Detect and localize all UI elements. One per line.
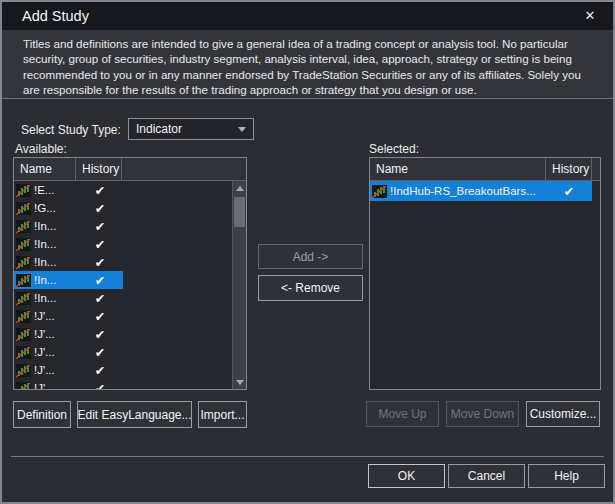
- indicator-chart-icon: [16, 256, 31, 269]
- study-name: !E...: [34, 184, 77, 196]
- available-row[interactable]: !In... ✔: [14, 235, 232, 253]
- history-check-icon: ✔: [77, 273, 123, 288]
- study-name: !In...: [34, 274, 77, 286]
- available-row[interactable]: !J'... ✔: [14, 379, 232, 389]
- column-header-history[interactable]: History: [546, 158, 592, 180]
- available-row[interactable]: !In... ✔: [14, 289, 232, 307]
- study-name: !In...: [34, 238, 77, 250]
- indicator-chart-icon: [16, 220, 31, 233]
- selected-label: Selected:: [369, 142, 419, 156]
- available-row[interactable]: !G... ✔: [14, 199, 232, 217]
- history-check-icon: ✔: [77, 309, 123, 324]
- available-row[interactable]: !J'... ✔: [14, 325, 232, 343]
- move-up-button: Move Up: [366, 401, 439, 427]
- customize-button[interactable]: Customize...: [526, 401, 600, 427]
- add-button: Add ->: [258, 244, 363, 269]
- available-row[interactable]: !E... ✔: [14, 181, 232, 199]
- available-scrollbar[interactable]: [232, 181, 246, 389]
- footer-divider: [11, 456, 604, 457]
- indicator-chart-icon: [372, 185, 387, 198]
- column-header-blank: [122, 158, 246, 180]
- close-icon[interactable]: ✕: [579, 2, 601, 30]
- study-type-select[interactable]: Indicator: [128, 118, 254, 140]
- indicator-chart-icon: [16, 238, 31, 251]
- disclaimer-panel: Titles and definitions are intended to g…: [2, 30, 613, 99]
- history-check-icon: ✔: [77, 327, 123, 342]
- available-row[interactable]: !In... ✔: [14, 253, 232, 271]
- study-name: !In...: [34, 292, 77, 304]
- add-study-dialog: Add Study ✕ Titles and definitions are i…: [0, 0, 615, 504]
- history-check-icon: ✔: [546, 184, 592, 199]
- available-list: Name History: [13, 157, 247, 390]
- help-button[interactable]: Help: [528, 464, 605, 488]
- history-check-icon: ✔: [77, 291, 123, 306]
- ok-button[interactable]: OK: [368, 464, 445, 488]
- study-name: !G...: [34, 202, 77, 214]
- study-type-label: Select Study Type:: [21, 119, 121, 141]
- definition-button[interactable]: Definition: [13, 401, 71, 428]
- scrollbar-up-icon[interactable]: [233, 181, 246, 195]
- history-check-icon: ✔: [77, 345, 123, 360]
- edit-easylanguage-button[interactable]: Edit EasyLanguage...: [77, 401, 192, 428]
- available-row[interactable]: !In... ✔: [14, 271, 232, 289]
- study-name: !In...: [34, 220, 77, 232]
- scrollbar-thumb[interactable]: [234, 197, 245, 227]
- study-name: !J'...: [34, 328, 77, 340]
- move-down-button: Move Down: [446, 401, 519, 427]
- selected-list-body: !IndHub-RS_BreakoutBars... ✔: [370, 181, 600, 389]
- study-type-value: Indicator: [136, 119, 182, 139]
- column-header-name[interactable]: Name: [370, 158, 546, 180]
- indicator-chart-icon: [16, 328, 31, 341]
- available-row[interactable]: !In... ✔: [14, 217, 232, 235]
- history-check-icon: ✔: [77, 255, 123, 270]
- indicator-chart-icon: [16, 382, 31, 390]
- selected-studies-list: Name History: [369, 157, 601, 390]
- remove-button[interactable]: <- Remove: [258, 275, 363, 301]
- indicator-chart-icon: [16, 346, 31, 359]
- cancel-button[interactable]: Cancel: [448, 464, 525, 488]
- indicator-chart-icon: [16, 202, 31, 215]
- titlebar: Add Study ✕: [2, 2, 613, 30]
- study-name: !In...: [34, 256, 77, 268]
- available-label: Available:: [15, 142, 67, 156]
- available-row[interactable]: !J'... ✔: [14, 361, 232, 379]
- indicator-chart-icon: [16, 274, 31, 287]
- study-name: !IndHub-RS_BreakoutBars...: [390, 185, 546, 197]
- study-name: !J'...: [34, 310, 77, 322]
- indicator-chart-icon: [16, 364, 31, 377]
- history-check-icon: ✔: [77, 363, 123, 378]
- dialog-title: Add Study: [22, 2, 89, 30]
- indicator-chart-icon: [16, 184, 31, 197]
- available-row[interactable]: !J'... ✔: [14, 307, 232, 325]
- history-check-icon: ✔: [77, 381, 123, 390]
- column-header-name[interactable]: Name: [14, 158, 76, 180]
- indicator-chart-icon: [16, 292, 31, 305]
- history-check-icon: ✔: [77, 183, 123, 198]
- column-header-blank: [592, 158, 600, 180]
- available-list-header: Name History: [14, 158, 246, 181]
- study-name: !J'...: [34, 382, 77, 389]
- chevron-down-icon: [238, 127, 246, 132]
- available-list-body: !E... ✔: [14, 181, 232, 389]
- history-check-icon: ✔: [77, 219, 123, 234]
- indicator-chart-icon: [16, 310, 31, 323]
- study-name: !J'...: [34, 364, 77, 376]
- available-row[interactable]: !J'... ✔: [14, 343, 232, 361]
- study-name: !J'...: [34, 346, 77, 358]
- selected-list-header: Name History: [370, 158, 600, 181]
- scrollbar-down-icon[interactable]: [233, 375, 246, 389]
- disclaimer-text: Titles and definitions are intended to g…: [2, 30, 613, 98]
- import-button[interactable]: Import...: [198, 401, 247, 428]
- history-check-icon: ✔: [77, 201, 123, 216]
- history-check-icon: ✔: [77, 237, 123, 252]
- selected-row[interactable]: !IndHub-RS_BreakoutBars... ✔: [370, 181, 600, 201]
- column-header-history[interactable]: History: [76, 158, 122, 180]
